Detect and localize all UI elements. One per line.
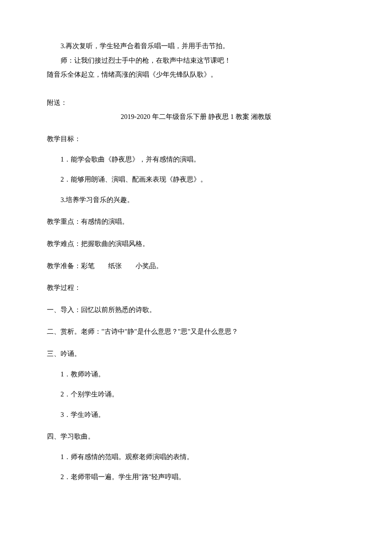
- objective-item: 3.培养学习音乐的兴趣。: [47, 194, 345, 205]
- step-item: 1．师有感情的范唱。观察老师演唱的表情。: [47, 451, 345, 462]
- step-item: 2．老师带唱一遍。学生用"路"轻声哼唱。: [47, 471, 345, 483]
- process-heading: 教学过程：: [47, 282, 345, 293]
- step-item: 3．学生吟诵。: [47, 409, 345, 420]
- step-item: 2．个别学生吟诵。: [47, 389, 345, 400]
- step-heading: 三、吟诵。: [47, 348, 345, 359]
- content-line: 师：让我们接过烈士手中的枪，在歌声中结束这节课吧！: [47, 55, 345, 66]
- focus-heading: 教学重点：有感情的演唱。: [47, 216, 345, 227]
- step-heading: 二、赏析。老师："古诗中"静"是什么意思？"思"又是什么意思？: [47, 326, 345, 337]
- attachment-label: 附送：: [47, 97, 345, 108]
- difficulty-heading: 教学难点：把握歌曲的演唱风格。: [47, 238, 345, 249]
- step-heading: 四、学习歌曲。: [47, 431, 345, 442]
- document-title: 2019-2020 年二年级音乐下册 静夜思 1 教案 湘教版: [47, 111, 345, 122]
- step-heading: 一、导入：回忆以前所熟悉的诗歌。: [47, 304, 345, 315]
- objective-item: 2．能够用朗诵、演唱、配画来表现《静夜思》。: [47, 174, 345, 185]
- objectives-heading: 教学目标：: [47, 133, 345, 145]
- content-line: 3.再次复听，学生轻声合着音乐唱一唱，并用手击节拍。: [47, 40, 345, 52]
- objective-item: 1．能学会歌曲《静夜思》，并有感情的演唱。: [47, 154, 345, 165]
- step-item: 1．教师吟诵。: [47, 369, 345, 380]
- preparation-heading: 教学准备：彩笔 纸张 小奖品。: [47, 260, 345, 272]
- content-line: 随音乐全体起立，情绪高涨的演唱《少年先锋队队歌》。: [47, 69, 345, 80]
